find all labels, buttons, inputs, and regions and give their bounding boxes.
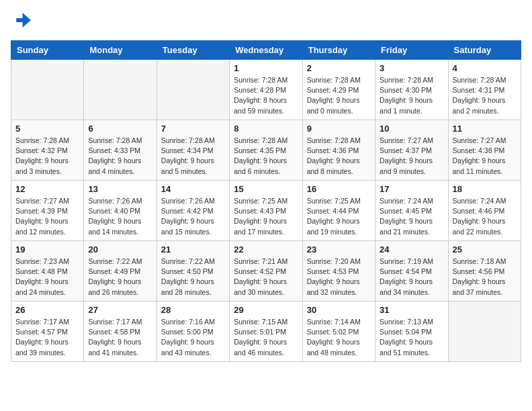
day-number: 23 [307, 244, 371, 255]
calendar-cell [157, 60, 229, 120]
calendar-cell: 27Sunrise: 7:17 AMSunset: 4:58 PMDayligh… [84, 302, 157, 362]
day-info: Sunrise: 7:13 AMSunset: 5:04 PMDaylight:… [380, 317, 443, 358]
calendar-cell: 31Sunrise: 7:13 AMSunset: 5:04 PMDayligh… [375, 302, 448, 362]
day-info: Sunrise: 7:27 AMSunset: 4:37 PMDaylight:… [380, 136, 443, 177]
day-info: Sunrise: 7:20 AMSunset: 4:53 PMDaylight:… [307, 257, 371, 298]
day-number: 29 [234, 305, 298, 315]
calendar-cell: 30Sunrise: 7:14 AMSunset: 5:02 PMDayligh… [302, 302, 375, 362]
calendar-header-row: SundayMondayTuesdayWednesdayThursdayFrid… [11, 41, 521, 60]
day-info: Sunrise: 7:22 AMSunset: 4:49 PMDaylight:… [88, 257, 152, 298]
day-number: 18 [453, 184, 517, 194]
day-info: Sunrise: 7:24 AMSunset: 4:45 PMDaylight:… [380, 196, 443, 237]
day-number: 7 [161, 124, 225, 134]
calendar-cell: 10Sunrise: 7:27 AMSunset: 4:37 PMDayligh… [375, 120, 448, 181]
day-info: Sunrise: 7:28 AMSunset: 4:31 PMDaylight:… [453, 75, 517, 116]
calendar-header-monday: Monday [84, 41, 157, 60]
logo [11, 11, 31, 32]
day-number: 1 [234, 63, 298, 73]
day-info: Sunrise: 7:16 AMSunset: 5:00 PMDaylight:… [161, 317, 225, 358]
svg-marker-0 [16, 13, 31, 28]
calendar-header-tuesday: Tuesday [157, 41, 229, 60]
calendar-header-friday: Friday [375, 41, 448, 60]
calendar-cell: 14Sunrise: 7:26 AMSunset: 4:42 PMDayligh… [157, 181, 229, 241]
day-info: Sunrise: 7:28 AMSunset: 4:33 PMDaylight:… [88, 136, 152, 177]
day-info: Sunrise: 7:28 AMSunset: 4:35 PMDaylight:… [234, 136, 298, 177]
logo-icon [12, 11, 31, 30]
day-number: 21 [161, 244, 225, 255]
day-number: 14 [161, 184, 225, 194]
calendar-cell: 21Sunrise: 7:22 AMSunset: 4:50 PMDayligh… [157, 241, 229, 302]
day-info: Sunrise: 7:24 AMSunset: 4:46 PMDaylight:… [453, 196, 517, 237]
calendar-cell: 20Sunrise: 7:22 AMSunset: 4:49 PMDayligh… [84, 241, 157, 302]
day-info: Sunrise: 7:28 AMSunset: 4:32 PMDaylight:… [15, 136, 79, 177]
calendar-cell [448, 302, 521, 362]
day-number: 8 [234, 124, 298, 134]
day-number: 28 [161, 305, 225, 315]
calendar-week-1: 1Sunrise: 7:28 AMSunset: 4:28 PMDaylight… [11, 60, 521, 120]
day-info: Sunrise: 7:15 AMSunset: 5:01 PMDaylight:… [234, 317, 298, 358]
calendar-week-4: 19Sunrise: 7:23 AMSunset: 4:48 PMDayligh… [11, 241, 521, 302]
day-number: 22 [234, 244, 298, 255]
calendar-cell: 4Sunrise: 7:28 AMSunset: 4:31 PMDaylight… [448, 60, 521, 120]
day-info: Sunrise: 7:17 AMSunset: 4:58 PMDaylight:… [88, 317, 152, 358]
day-number: 2 [307, 63, 371, 73]
calendar-header-wednesday: Wednesday [230, 41, 302, 60]
day-number: 11 [453, 124, 517, 134]
calendar-cell: 23Sunrise: 7:20 AMSunset: 4:53 PMDayligh… [302, 241, 375, 302]
page-header [11, 11, 521, 32]
day-info: Sunrise: 7:14 AMSunset: 5:02 PMDaylight:… [307, 317, 371, 358]
calendar-cell: 13Sunrise: 7:26 AMSunset: 4:40 PMDayligh… [84, 181, 157, 241]
day-info: Sunrise: 7:23 AMSunset: 4:48 PMDaylight:… [15, 257, 79, 298]
calendar-header-thursday: Thursday [302, 41, 375, 60]
day-number: 10 [380, 124, 443, 134]
calendar-cell: 9Sunrise: 7:28 AMSunset: 4:36 PMDaylight… [302, 120, 375, 181]
calendar-week-5: 26Sunrise: 7:17 AMSunset: 4:57 PMDayligh… [11, 302, 521, 362]
calendar-cell: 26Sunrise: 7:17 AMSunset: 4:57 PMDayligh… [11, 302, 84, 362]
calendar-cell: 12Sunrise: 7:27 AMSunset: 4:39 PMDayligh… [11, 181, 84, 241]
day-number: 27 [88, 305, 152, 315]
day-info: Sunrise: 7:28 AMSunset: 4:29 PMDaylight:… [307, 75, 371, 116]
day-info: Sunrise: 7:21 AMSunset: 4:52 PMDaylight:… [234, 257, 298, 298]
day-info: Sunrise: 7:28 AMSunset: 4:28 PMDaylight:… [234, 75, 298, 116]
calendar-cell [11, 60, 84, 120]
day-number: 13 [88, 184, 152, 194]
day-info: Sunrise: 7:28 AMSunset: 4:30 PMDaylight:… [380, 75, 443, 116]
calendar-header-saturday: Saturday [448, 41, 521, 60]
calendar-cell: 15Sunrise: 7:25 AMSunset: 4:43 PMDayligh… [230, 181, 302, 241]
day-number: 25 [453, 244, 517, 255]
calendar-table: SundayMondayTuesdayWednesdayThursdayFrid… [11, 40, 521, 362]
calendar-cell: 11Sunrise: 7:27 AMSunset: 4:38 PMDayligh… [448, 120, 521, 181]
calendar-cell [84, 60, 157, 120]
calendar-header-sunday: Sunday [11, 41, 84, 60]
day-number: 5 [15, 124, 79, 134]
day-number: 12 [15, 184, 79, 194]
day-info: Sunrise: 7:28 AMSunset: 4:34 PMDaylight:… [161, 136, 225, 177]
day-number: 19 [15, 244, 79, 255]
day-number: 4 [453, 63, 517, 73]
day-info: Sunrise: 7:26 AMSunset: 4:42 PMDaylight:… [161, 196, 225, 237]
calendar-cell: 29Sunrise: 7:15 AMSunset: 5:01 PMDayligh… [230, 302, 302, 362]
day-info: Sunrise: 7:26 AMSunset: 4:40 PMDaylight:… [88, 196, 152, 237]
calendar-cell: 17Sunrise: 7:24 AMSunset: 4:45 PMDayligh… [375, 181, 448, 241]
day-number: 6 [88, 124, 152, 134]
calendar-cell: 16Sunrise: 7:25 AMSunset: 4:44 PMDayligh… [302, 181, 375, 241]
calendar-cell: 2Sunrise: 7:28 AMSunset: 4:29 PMDaylight… [302, 60, 375, 120]
day-info: Sunrise: 7:22 AMSunset: 4:50 PMDaylight:… [161, 257, 225, 298]
day-info: Sunrise: 7:27 AMSunset: 4:38 PMDaylight:… [453, 136, 517, 177]
calendar-cell: 24Sunrise: 7:19 AMSunset: 4:54 PMDayligh… [375, 241, 448, 302]
day-number: 15 [234, 184, 298, 194]
day-number: 31 [380, 305, 443, 315]
calendar-cell: 19Sunrise: 7:23 AMSunset: 4:48 PMDayligh… [11, 241, 84, 302]
day-info: Sunrise: 7:28 AMSunset: 4:36 PMDaylight:… [307, 136, 371, 177]
day-number: 9 [307, 124, 371, 134]
day-info: Sunrise: 7:27 AMSunset: 4:39 PMDaylight:… [15, 196, 79, 237]
calendar-cell: 18Sunrise: 7:24 AMSunset: 4:46 PMDayligh… [448, 181, 521, 241]
day-info: Sunrise: 7:25 AMSunset: 4:43 PMDaylight:… [234, 196, 298, 237]
day-number: 30 [307, 305, 371, 315]
calendar-week-2: 5Sunrise: 7:28 AMSunset: 4:32 PMDaylight… [11, 120, 521, 181]
day-info: Sunrise: 7:17 AMSunset: 4:57 PMDaylight:… [15, 317, 79, 358]
day-number: 20 [88, 244, 152, 255]
day-number: 16 [307, 184, 371, 194]
day-number: 3 [380, 63, 443, 73]
day-info: Sunrise: 7:25 AMSunset: 4:44 PMDaylight:… [307, 196, 371, 237]
